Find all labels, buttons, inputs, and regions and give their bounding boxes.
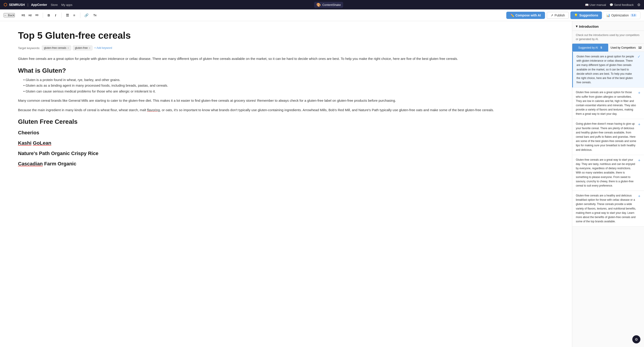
italic-button[interactable]: I: [52, 12, 59, 18]
bullet-2[interactable]: Gluten acts as a binding agent in many p…: [22, 82, 554, 88]
add-suggestion-2-button[interactable]: +: [638, 91, 640, 96]
section-6-heading[interactable]: Cascadian Farm Organic: [18, 161, 554, 167]
add-suggestion-4-button[interactable]: +: [638, 158, 640, 163]
chevron-down-icon: ▾: [576, 24, 578, 28]
contentshake-icon: 🎨: [316, 3, 321, 7]
check-icon-1: ✓: [638, 54, 640, 59]
editor-area[interactable]: Top 5 Gluten-free cereals Target keyword…: [0, 21, 572, 347]
panel-tabs-header: 💡 Suggestions 📊 Optimization 5.9: [570, 12, 640, 19]
optimization-icon: 📊: [606, 14, 610, 17]
keywords-row: Target keywords: gluten-free cereals ✕ g…: [18, 46, 554, 50]
suggestion-text-3: Going gluten-free doesn't mean having to…: [576, 122, 636, 152]
suggestion-text-1: Gluten free cereals are a great option f…: [576, 54, 636, 84]
bullet-1[interactable]: Gluten is a protein found in wheat, rye,…: [22, 77, 554, 83]
add-suggestion-5-button[interactable]: +: [638, 194, 640, 199]
back-button[interactable]: ← Back: [4, 13, 15, 17]
myapps-link[interactable]: My apps: [62, 3, 72, 6]
h1-button[interactable]: H1: [20, 12, 26, 18]
main-content: Top 5 Gluten-free cereals Target keyword…: [0, 21, 644, 347]
topbar-right-actions: 📖 User manual 💬 Send feedback ⚙: [585, 3, 640, 7]
toolbar-right-section: ✏️ Compose with AI ↗ Publish 💡 Suggestio…: [506, 12, 640, 19]
magic-icon: ✏️: [510, 14, 514, 17]
section-1-heading[interactable]: What is Gluten?: [18, 67, 554, 74]
send-feedback-link[interactable]: 💬 Send feedback: [610, 3, 634, 6]
paragraph-1[interactable]: Gluten free cereals are a great option f…: [18, 56, 554, 62]
book-icon: 📖: [585, 3, 589, 6]
bullets-list: Gluten is a protein found in wheat, rye,…: [22, 77, 554, 94]
suggestion-item-3[interactable]: Going gluten-free doesn't mean having to…: [572, 119, 644, 155]
settings-button[interactable]: ⚙: [637, 3, 640, 7]
suggestion-item-2[interactable]: Gluten free cereals are a great option f…: [572, 88, 644, 119]
h2-button[interactable]: H2: [27, 12, 33, 18]
suggestion-item-5[interactable]: Gluten-free cereals are a healthy and de…: [572, 191, 644, 226]
app-badge: 🎨 ContentShake: [314, 2, 343, 8]
bullet-3[interactable]: Gluten can cause serious medical problem…: [22, 88, 554, 94]
user-manual-link[interactable]: 📖 User manual: [585, 3, 606, 6]
suggestion-item-4[interactable]: Gluten-free cereals are a great way to s…: [572, 155, 644, 191]
suggestions-list: Gluten free cereals are a great option f…: [572, 52, 644, 347]
panel-title: ▾ Introduction: [576, 24, 598, 28]
bold-button[interactable]: B: [46, 12, 52, 18]
panel-description: Check out the introductions used by your…: [572, 31, 644, 44]
keywords-label: Target keywords:: [18, 46, 40, 50]
brand-name: SEMRUSH: [9, 3, 25, 6]
separator-2: [62, 12, 62, 18]
keyword-tag-1-remove[interactable]: ✕: [67, 47, 69, 49]
keyword-tag-2-remove[interactable]: ✕: [89, 47, 90, 49]
heading-format-group: H1 H2 H3: [20, 12, 40, 18]
suggestion-text-4: Gluten-free cereals are a great way to s…: [576, 158, 636, 188]
keyword-tag-1[interactable]: gluten-free cereals ✕: [42, 46, 71, 50]
suggestion-item-1[interactable]: Gluten free cereals are a great option f…: [572, 52, 644, 88]
publish-button[interactable]: ↗ Publish: [547, 12, 569, 19]
app-name: ContentShake: [322, 3, 341, 6]
used-by-competitors-tab[interactable]: Used by Competitors 12: [608, 44, 644, 52]
section-3-heading[interactable]: Cheerios: [18, 130, 554, 136]
separator-3: [80, 12, 80, 18]
suggestion-text-2: Gluten free cereals are a great option f…: [576, 90, 636, 116]
right-panel: ▾ Introduction Check out the introductio…: [572, 21, 644, 347]
appcenter-label: AppCenter: [31, 3, 47, 6]
settings-fab-button[interactable]: ⚙: [632, 335, 640, 344]
separator-1: [43, 12, 43, 18]
panel-tabs: Suggested by AI 5 Used by Competitors 12: [572, 44, 644, 52]
feedback-icon: 💬: [610, 3, 613, 6]
optimization-tab-button[interactable]: 📊 Optimization 5.9: [603, 12, 640, 19]
text-format-group: B I: [46, 12, 59, 18]
section-2-heading[interactable]: Gluten Free Cereals: [18, 118, 554, 125]
brand-separator: |: [28, 3, 28, 6]
editor-toolbar: ← Back H1 H2 H3 B I ☰ ≡ 🔗 Tx ✏️ Compose …: [0, 10, 644, 21]
back-arrow-icon: ←: [4, 14, 7, 17]
section-4-heading[interactable]: Kashi GoLean: [18, 140, 554, 146]
add-suggestion-3-button[interactable]: +: [638, 122, 640, 127]
link-button[interactable]: 🔗: [83, 12, 90, 18]
h3-button[interactable]: H3: [34, 12, 40, 18]
list-format-group: ☰ ≡: [64, 12, 78, 18]
brand-logo-area: ⬡ SEMRUSH | AppCenter: [4, 2, 47, 7]
paragraph-3[interactable]: Because the main ingredient in many kind…: [18, 107, 554, 113]
ordered-list-button[interactable]: ☰: [64, 12, 71, 18]
add-keyword-button[interactable]: + Add keyword: [94, 46, 112, 50]
panel-header: ▾ Introduction: [572, 21, 644, 31]
top-navbar: ⬡ SEMRUSH | AppCenter Store My apps 🎨 Co…: [0, 0, 644, 10]
store-link[interactable]: Store: [51, 3, 58, 6]
settings-gear-icon: ⚙: [635, 337, 638, 342]
section-5-heading[interactable]: Nature's Path Organic Crispy Rice: [18, 150, 554, 156]
clear-format-button[interactable]: Tx: [92, 12, 98, 18]
paragraph-2[interactable]: Many common cereal brands like General M…: [18, 98, 554, 104]
suggestions-icon: 💡: [574, 14, 578, 17]
semrush-logo-icon: ⬡: [4, 2, 7, 7]
suggestions-tab-button[interactable]: 💡 Suggestions: [570, 12, 602, 19]
flavoring-underline: flavoring: [147, 108, 160, 112]
suggested-by-ai-tab[interactable]: Suggested by AI 5: [572, 44, 608, 52]
article-title[interactable]: Top 5 Gluten-free cereals: [18, 30, 554, 41]
keyword-tag-2-text: gluten-free: [75, 46, 88, 50]
optimization-score-badge: 5.9: [630, 14, 637, 17]
compose-ai-button[interactable]: ✏️ Compose with AI: [506, 12, 545, 19]
suggestion-text-5: Gluten-free cereals are a healthy and de…: [576, 194, 636, 224]
keyword-tag-2[interactable]: gluten-free ✕: [73, 46, 92, 50]
publish-icon: ↗: [550, 14, 553, 17]
bullet-list-button[interactable]: ≡: [71, 12, 78, 18]
keyword-tag-1-text: gluten-free cereals: [44, 46, 66, 50]
